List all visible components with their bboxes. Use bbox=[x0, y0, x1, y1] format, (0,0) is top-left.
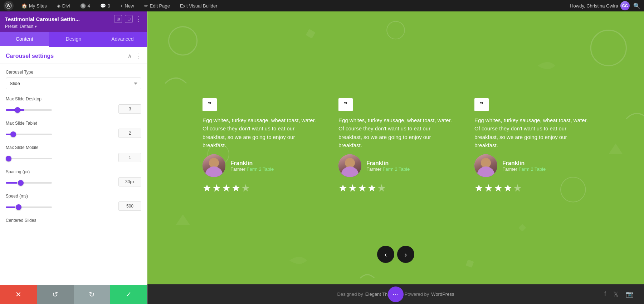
admin-bar-editpage[interactable]: ✏ Edit Page bbox=[142, 2, 172, 10]
admin-bar-mysites[interactable]: 🏠 My Sites bbox=[19, 2, 49, 10]
max-slide-desktop-label: Max Slide Desktop bbox=[6, 96, 141, 101]
author-avatar-3 bbox=[474, 154, 497, 177]
max-slide-tablet-value: 2 bbox=[118, 129, 141, 138]
carousel-type-group: Carousel Type Slide Fade Scroll bbox=[6, 70, 141, 89]
panel-body: Carousel settings ∧ ⋮ Carousel Type Slid… bbox=[0, 47, 147, 285]
panel-header: Testimonial Carousel Settin... ⊞ ⊟ ⋮ Pre… bbox=[0, 11, 147, 32]
carousel-card-3: ❞ Egg whites, turkey sausage, wheat toas… bbox=[467, 95, 596, 201]
new-icon: + bbox=[120, 3, 123, 9]
max-slide-desktop-group: Max Slide Desktop 3 bbox=[6, 96, 141, 114]
cancel-button[interactable]: ✕ bbox=[0, 285, 37, 304]
author-info-2: Franklin Farmer Farm 2 Table bbox=[366, 160, 410, 172]
speed-slider[interactable] bbox=[6, 206, 52, 208]
panel-title: Testimonial Carousel Settin... bbox=[5, 16, 111, 22]
carousel-nav: ‹ › bbox=[377, 246, 414, 263]
author-role-1: Farmer Farm 2 Table bbox=[230, 166, 274, 172]
left-panel: Testimonial Carousel Settin... ⊞ ⊟ ⋮ Pre… bbox=[0, 11, 147, 304]
panel-menu-icon[interactable]: ⋮ bbox=[136, 15, 142, 23]
max-slide-mobile-slider[interactable] bbox=[6, 158, 52, 159]
card-text-2: Egg whites, turkey sausage, wheat toast,… bbox=[338, 116, 453, 149]
updates-icon: 🔘 bbox=[80, 3, 86, 9]
site-footer: Designed by Elegant Themes | Powered by … bbox=[147, 284, 644, 304]
action-bar: ✕ ↺ ↻ ✓ bbox=[0, 285, 147, 304]
tabs-row: Content Design Advanced bbox=[0, 32, 147, 47]
carousel-next-button[interactable]: › bbox=[397, 246, 414, 263]
footer-fab-button[interactable]: ⋯ bbox=[388, 286, 404, 302]
content-area: ❞ Egg whites, turkey sausage, wheat toas… bbox=[147, 11, 644, 304]
author-link-1[interactable]: Farm 2 Table bbox=[247, 166, 274, 172]
carousel-card-2: ❞ Egg whites, turkey sausage, wheat toas… bbox=[331, 95, 460, 201]
author-link-3[interactable]: Farm 2 Table bbox=[519, 166, 546, 172]
section-options-icon[interactable]: ⋮ bbox=[135, 52, 141, 60]
tab-content[interactable]: Content bbox=[0, 32, 49, 47]
twitter-icon[interactable]: 𝕏 bbox=[613, 290, 619, 298]
card-author-3: Franklin Farmer Farm 2 Table bbox=[474, 154, 589, 177]
speed-value: 500 bbox=[118, 201, 141, 211]
admin-bar-right: Howdy, Christina Gwira CG 🔍 bbox=[570, 1, 640, 10]
centered-slides-label: Centered Slides bbox=[6, 218, 141, 223]
svg-text:W: W bbox=[7, 4, 11, 8]
wp-logo-icon[interactable]: W bbox=[4, 1, 14, 11]
carousel-wrapper: ❞ Egg whites, turkey sausage, wheat toas… bbox=[147, 11, 644, 284]
search-icon[interactable]: 🔍 bbox=[633, 3, 640, 9]
author-role-3: Farmer Farm 2 Table bbox=[502, 166, 546, 172]
quote-box-2: ❞ bbox=[338, 98, 353, 111]
divi-icon: ◈ bbox=[57, 3, 60, 9]
admin-bar-new[interactable]: + New bbox=[118, 2, 136, 10]
max-slide-tablet-slider[interactable] bbox=[6, 134, 52, 135]
max-slide-desktop-slider[interactable] bbox=[6, 109, 52, 111]
max-slide-mobile-value: 1 bbox=[118, 153, 141, 162]
section-collapse-icon[interactable]: ∧ bbox=[127, 52, 132, 60]
panel-grid-icon[interactable]: ⊟ bbox=[125, 15, 133, 23]
settings-form: Carousel Type Slide Fade Scroll Max Slid… bbox=[0, 64, 147, 236]
home-icon: 🏠 bbox=[21, 3, 27, 9]
card-author-2: Franklin Farmer Farm 2 Table bbox=[338, 154, 453, 177]
spacing-slider[interactable] bbox=[6, 182, 52, 184]
admin-bar-exit-builder[interactable]: Exit Visual Builder bbox=[178, 2, 220, 10]
centered-slides-group: Centered Slides bbox=[6, 218, 141, 223]
max-slide-tablet-group: Max Slide Tablet 2 bbox=[6, 121, 141, 138]
spacing-value: 30px bbox=[118, 177, 141, 186]
preset-row[interactable]: Preset: Default ▾ bbox=[5, 24, 142, 29]
tab-advanced[interactable]: Advanced bbox=[98, 32, 147, 47]
redo-button[interactable]: ↻ bbox=[74, 285, 111, 304]
user-info: Howdy, Christina Gwira CG bbox=[570, 1, 630, 10]
panel-expand-icon[interactable]: ⊞ bbox=[114, 15, 122, 23]
admin-bar-comments[interactable]: 💬 0 bbox=[98, 2, 112, 10]
author-name-1: Franklin bbox=[230, 160, 274, 166]
undo-button[interactable]: ↺ bbox=[37, 285, 74, 304]
author-name-3: Franklin bbox=[502, 160, 546, 166]
carousel-type-select[interactable]: Slide Fade Scroll bbox=[6, 78, 141, 89]
instagram-icon[interactable]: 📷 bbox=[626, 290, 633, 298]
carousel-prev-button[interactable]: ‹ bbox=[377, 246, 394, 263]
footer-social: f 𝕏 📷 bbox=[604, 290, 633, 298]
max-slide-tablet-label: Max Slide Tablet bbox=[6, 121, 141, 126]
author-name-2: Franklin bbox=[366, 160, 410, 166]
admin-bar-divi[interactable]: ◈ Divi bbox=[55, 2, 72, 10]
user-avatar: CG bbox=[620, 1, 630, 10]
author-info-1: Franklin Farmer Farm 2 Table bbox=[230, 160, 274, 172]
save-button[interactable]: ✓ bbox=[110, 285, 147, 304]
max-slide-desktop-value: 3 bbox=[118, 104, 141, 114]
speed-label: Speed (ms) bbox=[6, 194, 141, 199]
spacing-group: Spacing (px) 30px bbox=[6, 169, 141, 186]
card-text-1: Egg whites, turkey sausage, wheat toast,… bbox=[203, 116, 317, 149]
wp-admin-bar: W 🏠 My Sites ◈ Divi 🔘 4 💬 0 + New ✏ Edit… bbox=[0, 0, 644, 11]
max-slide-mobile-group: Max Slide Mobile 1 bbox=[6, 145, 141, 162]
footer-wordpress-link[interactable]: WordPress bbox=[431, 291, 454, 297]
comments-icon: 💬 bbox=[100, 3, 106, 9]
tab-design[interactable]: Design bbox=[49, 32, 98, 47]
edit-icon: ✏ bbox=[144, 3, 148, 9]
section-title: Carousel settings bbox=[6, 53, 127, 59]
admin-bar-updates[interactable]: 🔘 4 bbox=[78, 2, 92, 10]
max-slide-mobile-label: Max Slide Mobile bbox=[6, 145, 141, 150]
author-avatar-2 bbox=[338, 154, 361, 177]
carousel-type-label: Carousel Type bbox=[6, 70, 141, 75]
carousel-slides: ❞ Egg whites, turkey sausage, wheat toas… bbox=[195, 95, 596, 201]
facebook-icon[interactable]: f bbox=[604, 290, 606, 298]
section-header: Carousel settings ∧ ⋮ bbox=[0, 47, 147, 64]
author-avatar-1 bbox=[203, 154, 225, 177]
star-rating-1: ★★★★★ bbox=[203, 182, 317, 194]
author-link-2[interactable]: Farm 2 Table bbox=[383, 166, 410, 172]
quote-box-1: ❞ bbox=[203, 98, 217, 111]
